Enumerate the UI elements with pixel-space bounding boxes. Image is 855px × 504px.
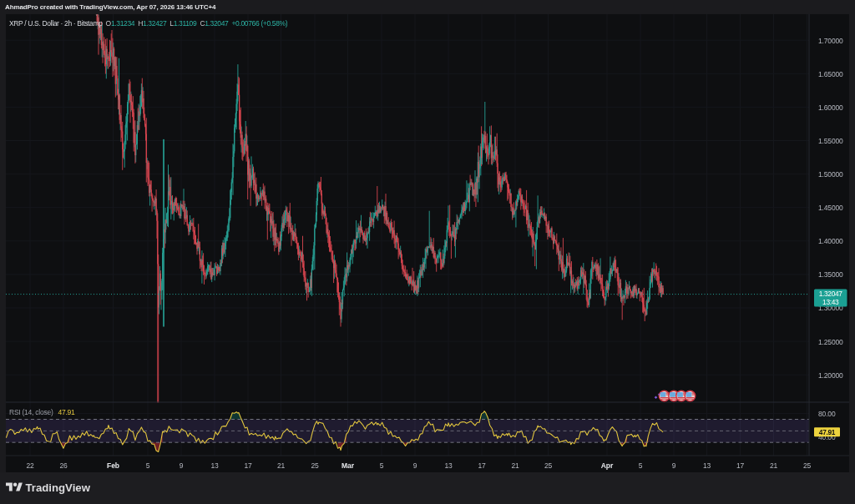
svg-text:9: 9 bbox=[180, 461, 184, 470]
svg-text:5: 5 bbox=[639, 461, 643, 470]
svg-text:25: 25 bbox=[544, 461, 553, 470]
svg-text:47.91: 47.91 bbox=[819, 428, 836, 436]
svg-text:1.60000: 1.60000 bbox=[818, 103, 843, 112]
svg-text:25: 25 bbox=[803, 461, 812, 470]
svg-text:17: 17 bbox=[478, 461, 486, 470]
svg-text:Apr: Apr bbox=[601, 461, 614, 470]
svg-text:Mar: Mar bbox=[341, 461, 355, 470]
svg-text:1.70000: 1.70000 bbox=[818, 37, 843, 45]
svg-text:1.35000: 1.35000 bbox=[818, 270, 843, 279]
svg-text:1.40000: 1.40000 bbox=[818, 237, 843, 245]
svg-text:21: 21 bbox=[511, 461, 519, 470]
svg-text:1.55000: 1.55000 bbox=[818, 137, 843, 145]
svg-text:9: 9 bbox=[413, 461, 417, 470]
svg-text:1.45000: 1.45000 bbox=[818, 204, 843, 212]
svg-text:1.25000: 1.25000 bbox=[818, 338, 843, 346]
svg-text:17: 17 bbox=[736, 461, 745, 470]
svg-text:21: 21 bbox=[770, 461, 778, 470]
svg-text:13:43: 13:43 bbox=[822, 298, 839, 306]
svg-text:26: 26 bbox=[59, 461, 68, 470]
svg-text:25: 25 bbox=[311, 461, 319, 470]
svg-text:1.20000: 1.20000 bbox=[818, 371, 843, 380]
svg-text:22: 22 bbox=[26, 461, 34, 470]
svg-text:80.00: 80.00 bbox=[818, 410, 836, 418]
svg-text:21: 21 bbox=[277, 461, 286, 470]
svg-text:1.50000: 1.50000 bbox=[818, 170, 843, 179]
svg-text:9: 9 bbox=[672, 461, 676, 470]
svg-text:17: 17 bbox=[244, 461, 252, 470]
svg-text:5: 5 bbox=[380, 461, 384, 470]
svg-text:13: 13 bbox=[444, 461, 453, 470]
svg-text:1.65000: 1.65000 bbox=[818, 70, 843, 78]
svg-text:Feb: Feb bbox=[107, 461, 119, 470]
svg-text:5: 5 bbox=[146, 461, 150, 470]
svg-text:13: 13 bbox=[703, 461, 711, 470]
svg-text:13: 13 bbox=[210, 461, 219, 470]
